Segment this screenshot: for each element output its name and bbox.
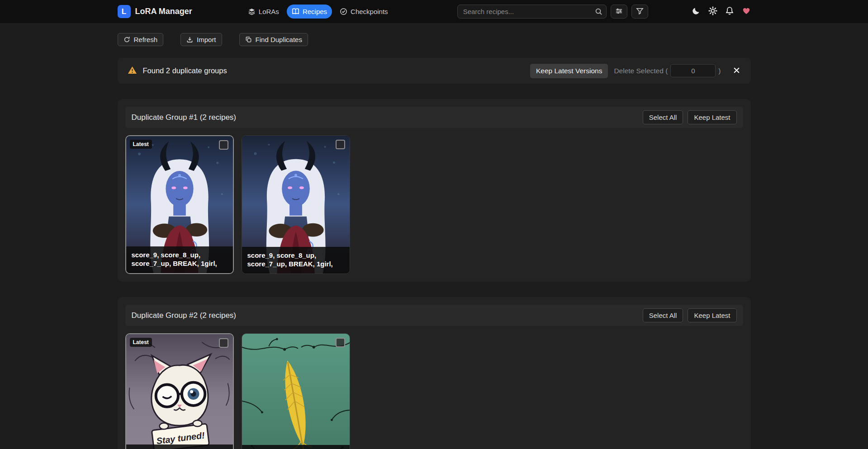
- gear-icon: [708, 6, 717, 17]
- app-brand[interactable]: L LoRA Manager: [118, 5, 192, 18]
- group-header: Duplicate Group #1 (2 recipes) Select Al…: [125, 107, 743, 128]
- group-actions: Select All Keep Latest: [643, 110, 737, 124]
- group-title: Duplicate Group #1 (2 recipes): [132, 113, 237, 122]
- refresh-button[interactable]: Refresh: [118, 33, 164, 46]
- search-icon[interactable]: [595, 8, 602, 17]
- recipe-card[interactable]: Stay tuned! Latest pp-enchanted-w: [125, 333, 234, 449]
- nav-tab-checkpoints-label: Checkpoints: [351, 8, 388, 15]
- keep-latest-button[interactable]: Keep Latest: [688, 110, 736, 124]
- nav-tab-loras-label: LoRAs: [259, 8, 279, 15]
- main-content: Refresh Import Find Duplicates Found 2 d…: [118, 33, 751, 449]
- app-logo: L: [118, 5, 131, 18]
- filter-button[interactable]: [631, 5, 648, 19]
- top-navbar: L LoRA Manager LoRAs Recipes: [0, 0, 868, 23]
- filter-settings-button[interactable]: [611, 5, 627, 19]
- recipe-card[interactable]: score_9, score_8_up, score_7_up, BREAK, …: [242, 135, 350, 274]
- card-caption: pp-enchanted-whimsy:0.90 ral-frctlgmtry_…: [126, 444, 233, 449]
- layers-icon: [248, 8, 256, 15]
- card-checkbox[interactable]: [336, 338, 345, 347]
- duplicates-icon: [245, 36, 252, 43]
- group-title: Duplicate Group #2 (2 recipes): [132, 311, 237, 320]
- banner-message: Found 2 duplicate groups: [143, 66, 227, 75]
- check-circle-icon: [340, 8, 347, 15]
- app-root: L LoRA Manager LoRAs Recipes: [0, 0, 868, 449]
- delete-count-input[interactable]: [670, 64, 716, 77]
- duplicates-banner: Found 2 duplicate groups Keep Latest Ver…: [118, 58, 751, 84]
- book-icon: [292, 8, 299, 15]
- card-caption: in the style of ppWhimsy, ral-frctlgmtry…: [242, 445, 350, 449]
- latest-badge: Latest: [130, 140, 152, 149]
- banner-actions: Keep Latest Versions Delete Selected ( ): [530, 64, 741, 78]
- warning-icon: [128, 66, 137, 76]
- delete-selected-control: Delete Selected ( ): [614, 64, 721, 77]
- sliders-icon: [615, 7, 623, 16]
- delete-selected-prefix: Delete Selected (: [614, 67, 668, 75]
- latest-badge: Latest: [130, 338, 152, 347]
- find-duplicates-button[interactable]: Find Duplicates: [239, 33, 308, 46]
- nav-tab-loras[interactable]: LoRAs: [243, 5, 284, 19]
- refresh-icon: [123, 36, 130, 43]
- nav-tab-recipes[interactable]: Recipes: [287, 5, 332, 19]
- cards-row: Latest score_9, score_8_up, score_7_up, …: [125, 135, 743, 274]
- close-icon: [733, 67, 740, 75]
- recipe-image: [242, 334, 350, 449]
- search-input[interactable]: [457, 5, 607, 19]
- card-caption: score_9, score_8_up, score_7_up, BREAK, …: [242, 247, 350, 274]
- nav-tab-checkpoints[interactable]: Checkpoints: [335, 5, 393, 19]
- moon-icon: [692, 6, 701, 17]
- refresh-label: Refresh: [134, 36, 158, 43]
- main-nav: LoRAs Recipes Checkpoints: [243, 5, 393, 19]
- search-group: [457, 5, 648, 19]
- find-duplicates-label: Find Duplicates: [256, 36, 302, 43]
- funnel-icon: [636, 7, 644, 16]
- import-icon: [186, 36, 193, 43]
- header-actions: [692, 6, 751, 17]
- heart-icon: [742, 6, 751, 17]
- import-button[interactable]: Import: [180, 33, 222, 46]
- keep-latest-versions-button[interactable]: Keep Latest Versions: [530, 64, 608, 78]
- delete-selected-suffix: ): [718, 67, 721, 75]
- app-logo-letter: L: [122, 7, 126, 16]
- card-checkbox[interactable]: [219, 140, 228, 150]
- group-actions: Select All Keep Latest: [643, 308, 737, 322]
- cards-row: Stay tuned! Latest pp-enchanted-w: [125, 333, 743, 449]
- search-box: [457, 5, 607, 19]
- card-checkbox[interactable]: [336, 140, 345, 149]
- recipe-card[interactable]: Latest score_9, score_8_up, score_7_up, …: [125, 135, 234, 274]
- recipe-card[interactable]: in the style of ppWhimsy, ral-frctlgmtry…: [242, 333, 350, 449]
- recipe-image: Stay tuned!: [126, 334, 233, 449]
- banner-close-button[interactable]: [732, 66, 741, 76]
- nav-tab-recipes-label: Recipes: [303, 8, 327, 15]
- import-label: Import: [197, 36, 216, 43]
- bell-icon: [725, 6, 734, 17]
- toolbar: Refresh Import Find Duplicates: [118, 33, 751, 46]
- card-caption: score_9, score_8_up, score_7_up, BREAK, …: [126, 246, 233, 273]
- support-button[interactable]: [742, 6, 751, 17]
- group-header: Duplicate Group #2 (2 recipes) Select Al…: [125, 305, 743, 326]
- notifications-button[interactable]: [725, 6, 734, 17]
- duplicate-group-1: Duplicate Group #1 (2 recipes) Select Al…: [118, 99, 751, 282]
- keep-latest-button[interactable]: Keep Latest: [688, 308, 736, 322]
- settings-button[interactable]: [708, 6, 717, 17]
- select-all-button[interactable]: Select All: [643, 110, 683, 124]
- card-checkbox[interactable]: [219, 338, 228, 348]
- select-all-button[interactable]: Select All: [643, 308, 683, 322]
- app-title: LoRA Manager: [135, 7, 192, 16]
- theme-toggle-button[interactable]: [692, 6, 701, 17]
- duplicate-group-2: Duplicate Group #2 (2 recipes) Select Al…: [118, 297, 751, 449]
